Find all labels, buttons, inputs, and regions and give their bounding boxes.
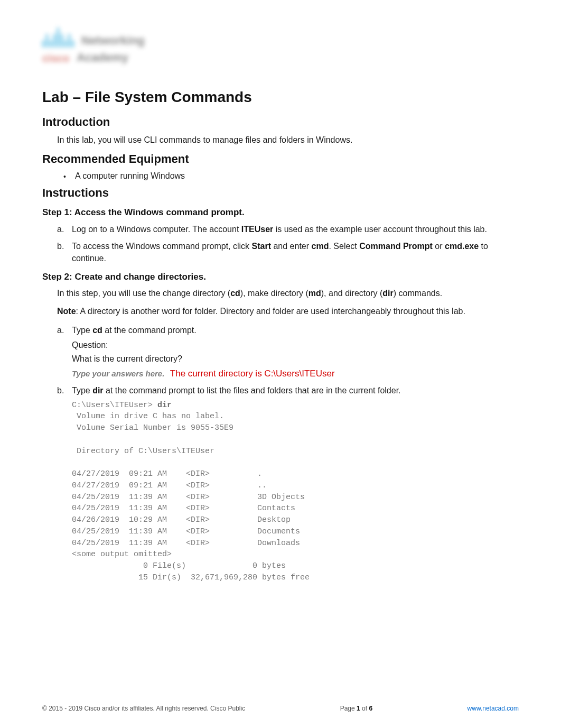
step2-item-a: a. Type cd at the command prompt. Questi…	[57, 324, 519, 380]
code-line: Volume Serial Number is 9055-35E9	[72, 423, 233, 432]
step2-a-pre: Type	[72, 326, 92, 335]
logo-text-line1: Networking	[81, 34, 145, 48]
section-equipment-heading: Recommended Equipment	[42, 152, 519, 166]
list-marker: a.	[57, 223, 64, 235]
footer-page-total: 6	[369, 705, 372, 712]
step2-intro-b1: cd	[230, 289, 240, 298]
question-label: Question:	[72, 339, 519, 351]
step1-item-b: b. To access the Windows command prompt,…	[57, 240, 519, 264]
code-line: 04/25/2019 11:39 AM <DIR> Contacts	[72, 504, 295, 513]
footer-link[interactable]: www.netacad.com	[467, 705, 519, 712]
section-introduction-heading: Introduction	[42, 115, 519, 129]
step1-b-bold4: cmd.exe	[445, 242, 479, 251]
step1-b-mid2: . Select	[329, 242, 359, 251]
code-line: 15 Dir(s) 32,671,969,280 bytes free	[72, 573, 310, 582]
footer-center-mid: of	[360, 705, 369, 712]
code-line: 04/27/2019 09:21 AM <DIR> ..	[72, 481, 267, 490]
page-title: Lab – File System Commands	[42, 89, 519, 106]
code-line: Directory of C:\Users\ITEUser	[72, 447, 214, 456]
list-marker: b.	[57, 240, 64, 252]
footer-center-pre: Page	[340, 705, 357, 712]
code-line: 04/25/2019 11:39 AM <DIR> Downloads	[72, 539, 300, 548]
code-line: 04/25/2019 11:39 AM <DIR> Documents	[72, 527, 300, 536]
step2-b-bold: dir	[92, 386, 103, 395]
code-line: 04/27/2019 09:21 AM <DIR> .	[72, 469, 262, 478]
code-line: 04/25/2019 11:39 AM <DIR> 3D Objects	[72, 493, 305, 502]
step2-intro-post: ) commands.	[394, 289, 442, 298]
logo-image: Networking cisco Academy	[42, 26, 185, 74]
step2-note: Note: A directory is another word for fo…	[57, 306, 519, 317]
step2-item-b: b. Type dir at the command prompt to lis…	[57, 384, 519, 584]
list-marker: a.	[57, 324, 64, 336]
step2-intro-pre: In this step, you will use the change di…	[57, 289, 230, 298]
logo-brand: cisco	[42, 52, 69, 64]
answer-prompt: Type your answers here.	[72, 369, 164, 378]
step1-b-mid3: or	[433, 242, 445, 251]
page: Networking cisco Academy Lab – File Syst…	[0, 0, 561, 728]
step1-a-text-post: is used as the example user account thro…	[273, 225, 487, 234]
step1-heading: Step 1: Access the Windows command promp…	[42, 207, 519, 218]
step1-a-bold1: ITEUser	[241, 225, 273, 234]
code-line: <some output omitted>	[72, 550, 172, 559]
step2-b-pre: Type	[72, 386, 92, 395]
code-prompt: C:\Users\ITEUser>	[72, 401, 157, 410]
step2-a-post: at the command prompt.	[102, 326, 197, 335]
code-line: 0 File(s) 0 bytes	[72, 561, 286, 570]
introduction-body: In this lab, you will use CLI commands t…	[57, 134, 519, 146]
step1-item-a: a. Log on to a Windows computer. The acc…	[57, 223, 519, 235]
answer-line: Type your answers here. The current dire…	[72, 367, 519, 380]
step2-intro-b2: md	[308, 289, 321, 298]
step2-intro-mid1: ), make directory (	[240, 289, 308, 298]
step2-intro-mid2: ), and directory (	[321, 289, 382, 298]
step1-a-text-pre: Log on to a Windows computer. The accoun…	[72, 225, 241, 234]
footer-left: © 2015 - 2019 Cisco and/or its affiliate…	[42, 705, 245, 712]
step2-a-bold: cd	[92, 326, 102, 335]
logo-area: Networking cisco Academy	[42, 26, 519, 74]
step1-list: a. Log on to a Windows computer. The acc…	[57, 223, 519, 264]
footer: © 2015 - 2019 Cisco and/or its affiliate…	[42, 705, 519, 712]
code-block: C:\Users\ITEUser> dir Volume in drive C …	[72, 400, 519, 584]
equipment-item: A computer running Windows	[63, 171, 519, 181]
step2-intro-b3: dir	[382, 289, 393, 298]
code-line: Volume in drive C has no label.	[72, 412, 224, 421]
code-line: 04/26/2019 10:29 AM <DIR> Desktop	[72, 515, 291, 524]
step2-heading: Step 2: Create and change directories.	[42, 272, 519, 282]
step2-note-label: Note	[57, 307, 76, 316]
question-block: Question: What is the current directory?…	[72, 339, 519, 380]
step2-b-post: at the command prompt to list the files …	[104, 386, 401, 395]
logo-text-line2: Academy	[77, 51, 128, 64]
cisco-bars-icon	[42, 26, 74, 48]
answer-text: The current directory is C:\Users\ITEUse…	[170, 368, 335, 379]
step1-b-pre: To access the Windows command prompt, cl…	[72, 242, 252, 251]
footer-page-current: 1	[357, 705, 360, 712]
code-cmd: dir	[157, 401, 172, 410]
section-instructions-heading: Instructions	[42, 186, 519, 200]
step1-b-mid1: and enter	[271, 242, 312, 251]
step1-b-bold1: Start	[252, 242, 271, 251]
step2-intro: In this step, you will use the change di…	[57, 288, 519, 299]
step1-b-bold3: Command Prompt	[359, 242, 433, 251]
list-marker: b.	[57, 384, 64, 397]
footer-center: Page 1 of 6	[340, 705, 372, 712]
step1-b-bold2: cmd	[312, 242, 329, 251]
step2-list: a. Type cd at the command prompt. Questi…	[57, 324, 519, 584]
equipment-list: A computer running Windows	[57, 171, 519, 181]
step2-note-body: : A directory is another word for folder…	[76, 307, 465, 316]
question-text: What is the current directory?	[72, 353, 519, 365]
